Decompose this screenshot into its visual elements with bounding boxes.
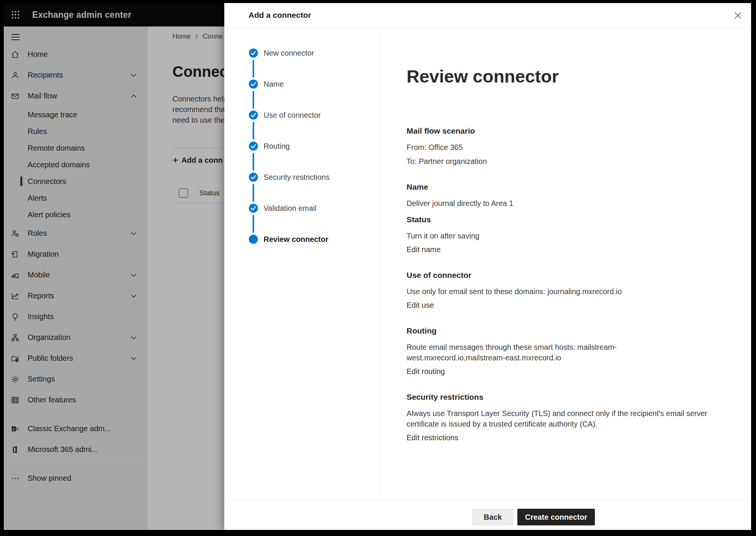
create-connector-button[interactable]: Create connector — [517, 509, 595, 525]
close-icon[interactable] — [733, 11, 743, 20]
security-restrictions-value: Always use Transport Layer Security (TLS… — [407, 408, 713, 429]
review-content: Review connector Mail flow scenario From… — [381, 28, 751, 500]
wizard-step-new-connector[interactable]: New connector — [249, 48, 380, 79]
section-header-routing: Routing — [407, 326, 725, 336]
screen: Exchange admin center Home Recipients Ma… — [4, 3, 751, 530]
section-header-mail-flow-scenario: Mail flow scenario — [407, 126, 725, 136]
dialog-footer: Back Create connector — [224, 500, 751, 530]
step-label: New connector — [264, 48, 314, 58]
edit-use-link[interactable]: Edit use — [407, 300, 434, 310]
edit-restrictions-link[interactable]: Edit restrictions — [407, 432, 458, 443]
wizard-step-review-connector[interactable]: Review connector — [249, 235, 380, 266]
step-label: Routing — [264, 142, 290, 151]
routing-value: Route email messages through these smart… — [407, 342, 713, 363]
step-label: Use of connector — [264, 111, 321, 120]
back-button[interactable]: Back — [472, 509, 514, 525]
step-complete-icon — [249, 79, 258, 89]
step-complete-icon — [249, 111, 258, 120]
dialog-title: Add a connector — [248, 11, 311, 20]
edit-name-link[interactable]: Edit name — [407, 244, 441, 255]
wizard-step-use-of-connector[interactable]: Use of connector — [249, 111, 380, 142]
wizard-step-security-restrictions[interactable]: Security restrictions — [249, 173, 380, 204]
wizard-step-routing[interactable]: Routing — [249, 142, 380, 173]
step-complete-icon — [249, 48, 258, 58]
wizard-steps: New connector Name Use of connector Rout… — [224, 28, 381, 500]
name-value: Deliver journal directly to Area 1 — [407, 198, 713, 209]
step-label: Name — [264, 79, 284, 89]
mail-flow-from-value: From: Office 365 — [407, 142, 713, 153]
edit-routing-link[interactable]: Edit routing — [407, 366, 445, 377]
step-current-icon — [249, 235, 258, 244]
add-connector-dialog: Add a connector New connector Name Use o… — [224, 3, 751, 530]
section-header-security-restrictions: Security restrictions — [407, 392, 725, 402]
section-header-status: Status — [407, 215, 725, 224]
dialog-body: New connector Name Use of connector Rout… — [224, 28, 751, 500]
dialog-header: Add a connector — [224, 3, 751, 28]
step-complete-icon — [249, 142, 258, 151]
wizard-step-name[interactable]: Name — [249, 79, 380, 111]
status-value: Turn it on after saving — [407, 231, 713, 241]
step-label: Review connector — [264, 235, 328, 244]
use-of-connector-value: Use only for email sent to these domains… — [407, 286, 713, 297]
section-header-use-of-connector: Use of connector — [407, 270, 725, 280]
step-label: Security restrictions — [264, 173, 330, 182]
step-label: Validation email — [264, 204, 317, 213]
section-header-name: Name — [407, 182, 725, 192]
review-heading: Review connector — [407, 66, 725, 87]
mail-flow-to-value: To: Partner organization — [407, 156, 713, 167]
step-complete-icon — [249, 173, 258, 182]
step-complete-icon — [249, 204, 258, 213]
wizard-step-validation-email[interactable]: Validation email — [249, 204, 380, 235]
